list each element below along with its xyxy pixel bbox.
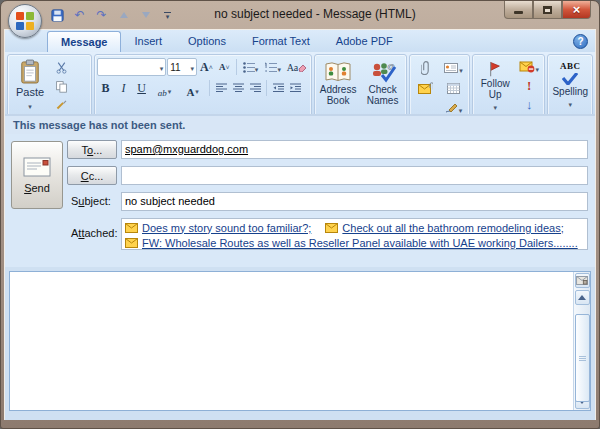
message-body-editor[interactable] [10,272,573,410]
permission-icon [519,61,535,73]
attachment-link[interactable]: Does my story sound too familiar?; [125,220,311,235]
cc-button-label: Cc... [81,170,104,182]
low-importance-button[interactable]: ↓ [516,96,542,113]
cc-button[interactable]: Cc... [67,166,117,185]
cc-field[interactable] [121,166,588,185]
align-left-button[interactable] [213,79,229,97]
bullets-button[interactable] [240,58,262,76]
align-right-button[interactable] [247,79,263,97]
scroll-up-button[interactable] [575,290,590,305]
message-header: Send To... spam@mxguarddog.com Cc... Sub… [5,134,595,267]
decrease-indent-button[interactable] [270,79,286,97]
titlebar[interactable]: ↶ ↷ no subject needed - Message (HTML) × [1,1,599,29]
clear-formatting-button[interactable]: Aa [285,58,309,76]
underline-button[interactable]: U [133,79,150,97]
subject-value: no subject needed [125,195,215,207]
spelling-button[interactable]: ABC Spelling [550,57,590,113]
maximize-button[interactable] [533,1,562,19]
follow-up-button[interactable]: Follow Up [475,57,515,113]
redo-icon: ↷ [96,9,106,21]
business-card-caret [459,59,463,77]
scrollbar-track[interactable] [575,306,590,393]
paste-dropdown-caret [28,99,32,111]
cut-button[interactable] [50,59,72,76]
bullets-icon [243,62,255,73]
calendar-icon [447,82,460,94]
attach-item-button[interactable] [412,78,439,97]
check-names-icon: @ [369,61,397,83]
window-title: no subject needed - Message (HTML) [141,1,489,27]
window-controls: × [504,1,591,19]
office-logo-icon [16,12,34,30]
undo-icon: ↶ [74,9,84,21]
to-button[interactable]: To... [67,140,117,159]
calendar-button[interactable] [440,78,467,97]
body-corner-button[interactable] [575,273,590,288]
minimize-button[interactable] [504,1,533,19]
subject-field[interactable]: no subject needed [121,192,588,211]
up-arrow-icon [120,12,128,18]
mail-attachment-icon [125,238,138,248]
font-size-select[interactable]: 11 [167,58,197,76]
copy-icon [55,80,68,93]
address-book-button[interactable]: Address Book [317,57,360,113]
tab-format-text[interactable]: Format Text [239,31,323,52]
scrollbar-grip [579,355,586,362]
increase-indent-icon [290,83,301,93]
bold-button[interactable]: B [97,79,114,97]
numbering-icon [265,62,277,73]
save-icon [51,9,64,22]
send-button[interactable]: Send [11,141,63,209]
attachment-link[interactable]: FW: Wholesale Routes as well as Reseller… [125,235,578,250]
align-center-button[interactable] [230,79,246,97]
to-recipient[interactable]: spam@mxguarddog.com [125,143,248,155]
close-button[interactable]: × [562,1,591,19]
attach-file-button[interactable] [412,58,439,77]
undo-button[interactable]: ↶ [71,7,88,24]
attachment-link[interactable]: Check out all the bathroom remodeling id… [325,220,563,235]
increase-indent-button[interactable] [287,79,303,97]
highlight-button[interactable]: ab [151,79,178,97]
grow-font-button[interactable]: A˄ [198,58,215,76]
office-button[interactable] [8,4,42,38]
attachments-field[interactable]: Does my story sound too familiar?; Check… [121,218,588,250]
paste-icon [19,59,41,85]
close-icon: × [573,3,581,16]
redo-button[interactable]: ↷ [93,7,110,24]
business-card-icon [444,63,458,73]
highlight-caret [168,80,172,98]
high-importance-button[interactable]: ! [516,77,542,95]
save-button[interactable] [49,7,66,24]
align-center-icon [233,83,244,93]
to-field[interactable]: spam@mxguarddog.com [121,140,588,159]
scrollbar-thumb[interactable] [575,314,590,402]
previous-item-button[interactable] [115,7,132,24]
address-book-icon [324,61,352,83]
tab-options[interactable]: Options [175,31,239,52]
cut-icon [55,61,68,74]
tab-message[interactable]: Message [47,31,121,52]
to-button-label: To... [82,144,103,156]
tab-adobe-pdf[interactable]: Adobe PDF [323,31,406,52]
check-names-button[interactable]: @ Check Names [361,57,404,113]
paperclip-icon [421,60,430,75]
copy-button[interactable] [50,78,72,95]
window-content: Message Insert Options Format Text Adobe… [4,29,596,420]
tab-insert[interactable]: Insert [121,31,175,52]
bullets-caret [255,58,259,76]
italic-button[interactable]: I [115,79,132,97]
scroll-up-icon [578,295,586,300]
numbering-button[interactable] [262,58,284,76]
help-button[interactable]: ? [573,34,588,49]
paste-button[interactable]: Paste [10,57,50,113]
shrink-font-button[interactable]: A˅ [216,58,233,76]
business-card-button[interactable] [440,58,467,77]
send-button-label: Send [24,182,50,194]
align-left-icon [216,83,227,93]
font-family-select[interactable] [97,58,166,76]
permission-button[interactable] [516,58,542,76]
message-window: ↶ ↷ no subject needed - Message (HTML) ×… [0,0,600,429]
font-color-button[interactable]: A [179,79,206,97]
info-bar-text: This message has not been sent. [13,119,185,131]
format-painter-button[interactable] [50,96,72,113]
